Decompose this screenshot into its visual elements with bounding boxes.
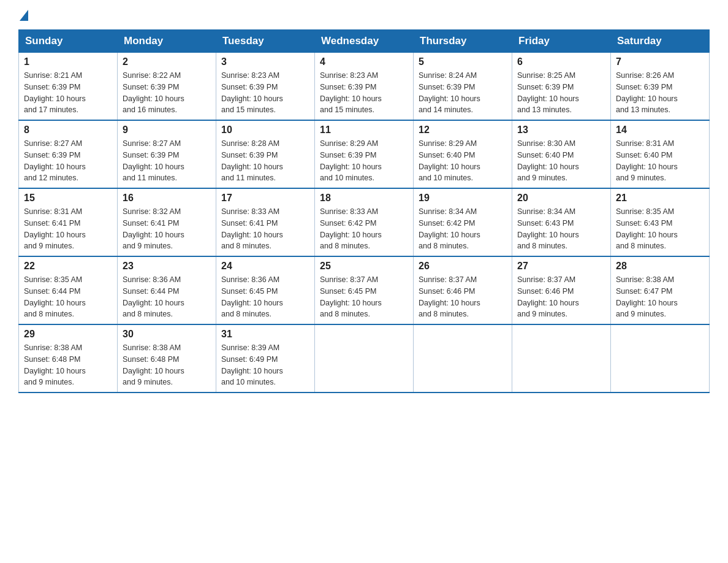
day-info: Sunrise: 8:38 AM Sunset: 6:47 PM Dayligh… <box>616 274 704 320</box>
calendar-cell <box>414 324 512 393</box>
calendar-cell <box>512 324 611 393</box>
calendar-header-row: SundayMondayTuesdayWednesdayThursdayFrid… <box>19 30 710 53</box>
day-number: 21 <box>616 193 704 204</box>
day-number: 13 <box>517 124 605 136</box>
calendar-week-row: 8 Sunrise: 8:27 AM Sunset: 6:39 PM Dayli… <box>19 120 710 188</box>
day-number: 16 <box>123 193 211 204</box>
day-number: 5 <box>419 56 507 67</box>
day-number: 27 <box>517 261 605 272</box>
day-number: 19 <box>419 193 507 204</box>
calendar-cell: 28 Sunrise: 8:38 AM Sunset: 6:47 PM Dayl… <box>611 256 710 324</box>
calendar-cell: 19 Sunrise: 8:34 AM Sunset: 6:42 PM Dayl… <box>414 188 512 256</box>
day-info: Sunrise: 8:39 AM Sunset: 6:49 PM Dayligh… <box>221 342 309 388</box>
day-number: 6 <box>517 56 605 67</box>
calendar-cell: 23 Sunrise: 8:36 AM Sunset: 6:44 PM Dayl… <box>118 256 216 324</box>
header-thursday: Thursday <box>414 30 512 53</box>
calendar-week-row: 29 Sunrise: 8:38 AM Sunset: 6:48 PM Dayl… <box>19 324 710 393</box>
day-number: 7 <box>616 56 704 67</box>
day-info: Sunrise: 8:24 AM Sunset: 6:39 PM Dayligh… <box>419 70 507 116</box>
day-number: 30 <box>123 329 211 340</box>
day-info: Sunrise: 8:38 AM Sunset: 6:48 PM Dayligh… <box>24 342 112 388</box>
day-info: Sunrise: 8:34 AM Sunset: 6:42 PM Dayligh… <box>419 206 507 252</box>
calendar-cell: 16 Sunrise: 8:32 AM Sunset: 6:41 PM Dayl… <box>118 188 216 256</box>
calendar-cell: 1 Sunrise: 8:21 AM Sunset: 6:39 PM Dayli… <box>19 53 118 121</box>
day-number: 20 <box>517 193 605 204</box>
calendar-cell: 5 Sunrise: 8:24 AM Sunset: 6:39 PM Dayli… <box>414 53 512 121</box>
day-number: 12 <box>419 124 507 136</box>
calendar-table: SundayMondayTuesdayWednesdayThursdayFrid… <box>18 29 710 393</box>
day-info: Sunrise: 8:33 AM Sunset: 6:41 PM Dayligh… <box>221 206 309 252</box>
day-info: Sunrise: 8:37 AM Sunset: 6:45 PM Dayligh… <box>320 274 408 320</box>
calendar-week-row: 22 Sunrise: 8:35 AM Sunset: 6:44 PM Dayl… <box>19 256 710 324</box>
day-number: 2 <box>123 56 211 67</box>
day-info: Sunrise: 8:34 AM Sunset: 6:43 PM Dayligh… <box>517 206 605 252</box>
day-number: 3 <box>221 56 309 67</box>
calendar-cell: 11 Sunrise: 8:29 AM Sunset: 6:39 PM Dayl… <box>315 120 414 188</box>
day-number: 17 <box>221 193 309 204</box>
day-info: Sunrise: 8:36 AM Sunset: 6:44 PM Dayligh… <box>123 274 211 320</box>
header-monday: Monday <box>118 30 216 53</box>
calendar-cell: 3 Sunrise: 8:23 AM Sunset: 6:39 PM Dayli… <box>216 53 315 121</box>
day-number: 1 <box>24 56 112 67</box>
day-number: 8 <box>24 124 112 136</box>
day-info: Sunrise: 8:21 AM Sunset: 6:39 PM Dayligh… <box>24 70 112 116</box>
calendar-cell: 15 Sunrise: 8:31 AM Sunset: 6:41 PM Dayl… <box>19 188 118 256</box>
calendar-cell: 14 Sunrise: 8:31 AM Sunset: 6:40 PM Dayl… <box>611 120 710 188</box>
calendar-cell <box>315 324 414 393</box>
calendar-cell: 12 Sunrise: 8:29 AM Sunset: 6:40 PM Dayl… <box>414 120 512 188</box>
calendar-cell: 2 Sunrise: 8:22 AM Sunset: 6:39 PM Dayli… <box>118 53 216 121</box>
day-number: 26 <box>419 261 507 272</box>
day-number: 23 <box>123 261 211 272</box>
day-info: Sunrise: 8:23 AM Sunset: 6:39 PM Dayligh… <box>221 70 309 116</box>
header-saturday: Saturday <box>611 30 710 53</box>
calendar-cell: 8 Sunrise: 8:27 AM Sunset: 6:39 PM Dayli… <box>19 120 118 188</box>
day-number: 14 <box>616 124 704 136</box>
calendar-week-row: 15 Sunrise: 8:31 AM Sunset: 6:41 PM Dayl… <box>19 188 710 256</box>
day-info: Sunrise: 8:36 AM Sunset: 6:45 PM Dayligh… <box>221 274 309 320</box>
day-info: Sunrise: 8:35 AM Sunset: 6:43 PM Dayligh… <box>616 206 704 252</box>
calendar-cell: 10 Sunrise: 8:28 AM Sunset: 6:39 PM Dayl… <box>216 120 315 188</box>
header-wednesday: Wednesday <box>315 30 414 53</box>
day-number: 11 <box>320 124 408 136</box>
calendar-cell: 20 Sunrise: 8:34 AM Sunset: 6:43 PM Dayl… <box>512 188 611 256</box>
day-info: Sunrise: 8:35 AM Sunset: 6:44 PM Dayligh… <box>24 274 112 320</box>
day-number: 15 <box>24 193 112 204</box>
calendar-cell: 22 Sunrise: 8:35 AM Sunset: 6:44 PM Dayl… <box>19 256 118 324</box>
day-number: 25 <box>320 261 408 272</box>
day-number: 4 <box>320 56 408 67</box>
day-number: 9 <box>123 124 211 136</box>
day-info: Sunrise: 8:38 AM Sunset: 6:48 PM Dayligh… <box>123 342 211 388</box>
logo-arrow-icon <box>20 10 28 21</box>
day-info: Sunrise: 8:27 AM Sunset: 6:39 PM Dayligh… <box>123 138 211 184</box>
calendar-cell: 24 Sunrise: 8:36 AM Sunset: 6:45 PM Dayl… <box>216 256 315 324</box>
day-info: Sunrise: 8:28 AM Sunset: 6:39 PM Dayligh… <box>221 138 309 184</box>
day-number: 28 <box>616 261 704 272</box>
day-info: Sunrise: 8:26 AM Sunset: 6:39 PM Dayligh… <box>616 70 704 116</box>
day-info: Sunrise: 8:31 AM Sunset: 6:40 PM Dayligh… <box>616 138 704 184</box>
header-tuesday: Tuesday <box>216 30 315 53</box>
day-info: Sunrise: 8:27 AM Sunset: 6:39 PM Dayligh… <box>24 138 112 184</box>
calendar-cell: 17 Sunrise: 8:33 AM Sunset: 6:41 PM Dayl… <box>216 188 315 256</box>
day-info: Sunrise: 8:37 AM Sunset: 6:46 PM Dayligh… <box>419 274 507 320</box>
day-number: 24 <box>221 261 309 272</box>
calendar-cell <box>611 324 710 393</box>
day-number: 10 <box>221 124 309 136</box>
day-info: Sunrise: 8:22 AM Sunset: 6:39 PM Dayligh… <box>123 70 211 116</box>
calendar-cell: 21 Sunrise: 8:35 AM Sunset: 6:43 PM Dayl… <box>611 188 710 256</box>
calendar-cell: 26 Sunrise: 8:37 AM Sunset: 6:46 PM Dayl… <box>414 256 512 324</box>
day-info: Sunrise: 8:37 AM Sunset: 6:46 PM Dayligh… <box>517 274 605 320</box>
calendar-cell: 18 Sunrise: 8:33 AM Sunset: 6:42 PM Dayl… <box>315 188 414 256</box>
day-info: Sunrise: 8:23 AM Sunset: 6:39 PM Dayligh… <box>320 70 408 116</box>
page-header <box>18 12 710 23</box>
header-sunday: Sunday <box>19 30 118 53</box>
calendar-cell: 27 Sunrise: 8:37 AM Sunset: 6:46 PM Dayl… <box>512 256 611 324</box>
calendar-week-row: 1 Sunrise: 8:21 AM Sunset: 6:39 PM Dayli… <box>19 53 710 121</box>
calendar-cell: 29 Sunrise: 8:38 AM Sunset: 6:48 PM Dayl… <box>19 324 118 393</box>
day-info: Sunrise: 8:31 AM Sunset: 6:41 PM Dayligh… <box>24 206 112 252</box>
logo <box>18 12 28 23</box>
calendar-cell: 30 Sunrise: 8:38 AM Sunset: 6:48 PM Dayl… <box>118 324 216 393</box>
calendar-cell: 13 Sunrise: 8:30 AM Sunset: 6:40 PM Dayl… <box>512 120 611 188</box>
day-info: Sunrise: 8:33 AM Sunset: 6:42 PM Dayligh… <box>320 206 408 252</box>
day-number: 18 <box>320 193 408 204</box>
day-info: Sunrise: 8:30 AM Sunset: 6:40 PM Dayligh… <box>517 138 605 184</box>
